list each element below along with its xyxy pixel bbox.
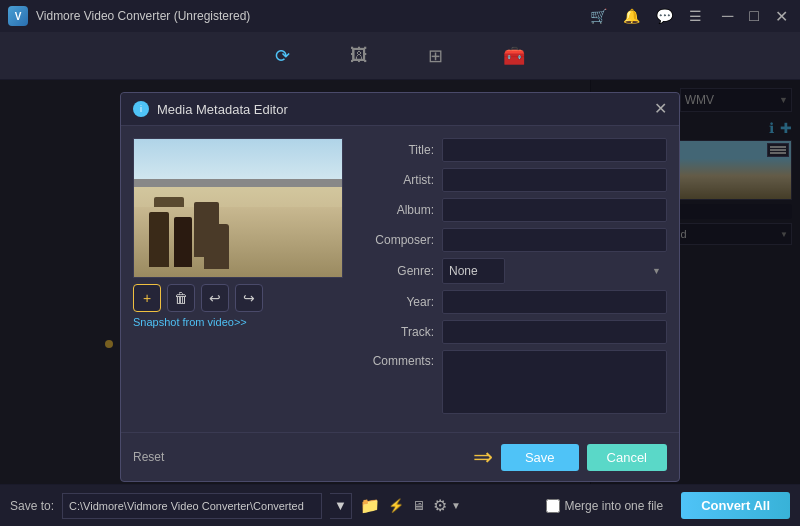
title-input[interactable] [442,138,667,162]
tab-collage[interactable]: ⊞ [428,45,443,67]
title-bar-icons: 🛒 🔔 💬 ☰ [590,8,702,24]
redo-button[interactable]: ↪ [235,284,263,312]
dialog-footer: Reset ⇒ Save Cancel [121,432,679,481]
info-dot-icon: i [140,104,142,114]
nav-tabs: ⟳ 🖼 ⊞ 🧰 [0,32,800,80]
genre-label: Genre: [359,264,434,278]
composer-row: Composer: [359,228,667,252]
track-input[interactable] [442,320,667,344]
merge-checkbox[interactable] [546,499,560,513]
window-controls: ─ □ ✕ [718,7,792,26]
thumbnail-controls: + 🗑 ↩ ↪ [133,284,343,312]
thumbnail-panel: + 🗑 ↩ ↪ Snapshot from video>> [133,138,343,420]
dialog-body: + 🗑 ↩ ↪ Snapshot from video>> Title: Art… [121,126,679,432]
cancel-button[interactable]: Cancel [587,444,667,471]
settings-dropdown-icon[interactable]: ▼ [451,500,461,511]
tab-convert[interactable]: ⟳ [275,45,290,67]
close-dialog-button[interactable]: ✕ [654,101,667,117]
comments-label: Comments: [359,354,434,368]
comments-input[interactable] [442,350,667,414]
screen-icon[interactable]: 🖥 [412,498,425,513]
album-label: Album: [359,203,434,217]
arrow-icon: ⇒ [473,443,493,471]
merge-label: Merge into one file [564,499,663,513]
modal-overlay: i Media Metadata Editor ✕ [0,80,800,484]
comments-row: Comments: [359,350,667,414]
collage-icon: ⊞ [428,45,443,67]
album-row: Album: [359,198,667,222]
dialog-header: i Media Metadata Editor ✕ [121,93,679,126]
merge-row: Merge into one file [546,499,663,513]
settings-icon[interactable]: ⚙ [433,496,447,515]
composer-input[interactable] [442,228,667,252]
path-dropdown-button[interactable]: ▼ [330,493,352,519]
maximize-button[interactable]: □ [745,7,763,26]
thumbnail-image [133,138,343,278]
tab-mvmaker[interactable]: 🖼 [350,45,368,66]
metadata-dialog: i Media Metadata Editor ✕ [120,92,680,482]
year-label: Year: [359,295,434,309]
bottom-icons: 📁 ⚡ 🖥 ⚙ ▼ [360,496,461,515]
genre-select-wrapper: None Pop Rock Jazz Classical [442,258,667,284]
main-area: Convert All to: WMV ✏ ℹ ✚ [0,80,800,484]
bell-icon[interactable]: 🔔 [623,8,640,24]
folder-icon[interactable]: 📁 [360,496,380,515]
app-title: Vidmore Video Converter (Unregistered) [36,9,582,23]
dialog-title: Media Metadata Editor [157,102,646,117]
snapshot-link[interactable]: Snapshot from video>> [133,316,343,328]
chat-icon[interactable]: 💬 [656,8,673,24]
composer-label: Composer: [359,233,434,247]
menu-icon[interactable]: ☰ [689,8,702,24]
artist-input[interactable] [442,168,667,192]
genre-row: Genre: None Pop Rock Jazz Classical [359,258,667,284]
track-row: Track: [359,320,667,344]
artist-row: Artist: [359,168,667,192]
flash-icon[interactable]: ⚡ [388,498,404,513]
save-button[interactable]: Save [501,444,579,471]
undo-button[interactable]: ↩ [201,284,229,312]
title-label: Title: [359,143,434,157]
save-path-input[interactable] [62,493,322,519]
app-logo: V [8,6,28,26]
year-input[interactable] [442,290,667,314]
close-button[interactable]: ✕ [771,7,792,26]
minimize-button[interactable]: ─ [718,7,737,26]
artist-label: Artist: [359,173,434,187]
bottom-bar: Save to: ▼ 📁 ⚡ 🖥 ⚙ ▼ Merge into one file… [0,484,800,526]
save-to-label: Save to: [10,499,54,513]
add-image-button[interactable]: + [133,284,161,312]
genre-select[interactable]: None Pop Rock Jazz Classical [442,258,505,284]
convert-all-button[interactable]: Convert All [681,492,790,519]
tab-toolbox[interactable]: 🧰 [503,45,525,67]
toolbox-icon: 🧰 [503,45,525,67]
title-row: Title: [359,138,667,162]
dialog-header-icon: i [133,101,149,117]
mvmaker-icon: 🖼 [350,45,368,66]
cart-icon[interactable]: 🛒 [590,8,607,24]
album-input[interactable] [442,198,667,222]
track-label: Track: [359,325,434,339]
reset-button[interactable]: Reset [133,450,465,464]
delete-image-button[interactable]: 🗑 [167,284,195,312]
year-row: Year: [359,290,667,314]
title-bar: V Vidmore Video Converter (Unregistered)… [0,0,800,32]
form-panel: Title: Artist: Album: Composer: [359,138,667,420]
convert-icon: ⟳ [275,45,290,67]
thumbnail-content [134,139,342,277]
